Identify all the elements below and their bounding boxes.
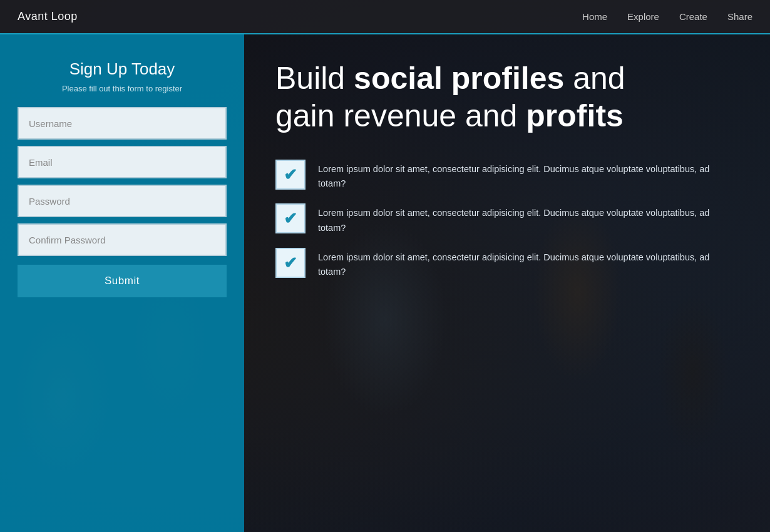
nav-item-home[interactable]: Home [582,11,607,23]
feature-text-2: Lorem ipsum dolor sit amet, consectetur … [318,203,739,235]
feature-item-1: ✔ Lorem ipsum dolor sit amet, consectetu… [275,160,739,191]
check-box-2: ✔ [275,203,305,233]
navbar: Avant Loop Home Explore Create Share [0,0,770,34]
submit-button[interactable]: Submit [18,265,227,297]
password-input[interactable] [18,185,227,217]
nav-item-explore[interactable]: Explore [627,11,659,23]
confirm-password-input[interactable] [18,223,227,256]
checkmark-icon-2: ✔ [284,210,297,227]
signup-subtitle: Please fill out this form to register [62,84,182,93]
feature-text-3: Lorem ipsum dolor sit amet, consectetur … [318,248,739,279]
hero-content: Build social profiles andgain revenue an… [244,34,770,298]
feature-list: ✔ Lorem ipsum dolor sit amet, consectetu… [275,160,739,279]
navbar-brand: Avant Loop [18,10,78,23]
check-box-1: ✔ [275,160,305,190]
signup-title: Sign Up Today [69,59,175,79]
nav-link-explore[interactable]: Explore [627,11,659,22]
nav-item-share[interactable]: Share [727,11,752,23]
headline-bold-2: profits [526,98,624,133]
navbar-links: Home Explore Create Share [582,11,752,23]
check-box-3: ✔ [275,248,305,278]
feature-item-3: ✔ Lorem ipsum dolor sit amet, consectetu… [275,248,739,279]
headline-text-1: Build [275,61,354,96]
feature-text-1: Lorem ipsum dolor sit amet, consectetur … [318,160,739,191]
content-area: Sign Up Today Please fill out this form … [0,34,770,532]
hero-headline: Build social profiles andgain revenue an… [275,59,739,135]
nav-link-create[interactable]: Create [679,11,707,22]
checkmark-icon-3: ✔ [284,255,297,271]
username-input[interactable] [18,107,227,140]
nav-link-home[interactable]: Home [582,11,607,22]
checkmark-icon-1: ✔ [284,166,297,183]
signup-form: Submit [18,107,227,297]
nav-item-create[interactable]: Create [679,11,707,23]
feature-item-2: ✔ Lorem ipsum dolor sit amet, consectetu… [275,203,739,235]
headline-bold-1: social profiles [354,61,564,96]
nav-link-share[interactable]: Share [727,11,752,22]
email-input[interactable] [18,146,227,178]
signup-panel: Sign Up Today Please fill out this form … [0,34,244,532]
